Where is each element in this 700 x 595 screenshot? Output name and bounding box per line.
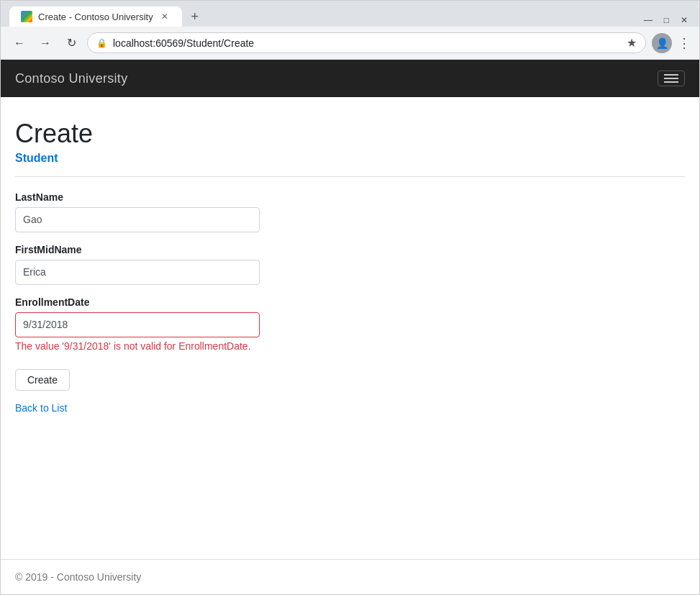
lock-icon: 🔒 [96,38,107,48]
toggle-bar-1 [664,74,678,76]
create-form: LastName FirstMidName EnrollmentDate The… [15,191,685,402]
browser-tab[interactable]: Create - Contoso University ✕ [9,6,182,27]
lastname-group: LastName [15,191,685,232]
firstmidname-group: FirstMidName [15,244,685,285]
create-button[interactable]: Create [15,369,70,391]
page-subtitle: Student [15,152,685,165]
bookmark-icon[interactable]: ★ [627,36,637,50]
tab-title: Create - Contoso University [38,12,153,22]
back-nav-button[interactable]: ← [9,33,29,53]
lastname-label: LastName [15,191,685,203]
toggle-bar-2 [664,78,678,79]
address-bar[interactable]: 🔒 localhost:60569/Student/Create ★ [87,32,646,53]
footer-text: © 2019 - Contoso University [15,571,141,583]
app-navbar: Contoso University [1,60,699,97]
main-content: Create Student LastName FirstMidName [1,97,699,559]
enrollmentdate-group: EnrollmentDate The value '9/31/2018' is … [15,296,685,352]
toggle-bar-3 [664,81,678,83]
firstmidname-label: FirstMidName [15,244,685,255]
forward-nav-button[interactable]: → [35,33,55,53]
profile-icon[interactable]: 👤 [652,33,672,53]
lastname-input[interactable] [15,207,260,232]
reload-button[interactable]: ↻ [61,33,81,53]
enrollmentdate-error: The value '9/31/2018' is not valid for E… [15,340,685,352]
form-divider [15,176,685,177]
browser-toolbar: ← → ↻ 🔒 localhost:60569/Student/Create ★… [1,27,699,60]
enrollmentdate-label: EnrollmentDate [15,296,685,308]
page-title: Create [15,119,685,149]
app-footer: © 2019 - Contoso University [1,559,699,594]
back-to-list-link[interactable]: Back to List [15,402,685,414]
firstmidname-input[interactable] [15,260,260,285]
new-tab-button[interactable]: + [185,6,205,27]
close-button[interactable]: ✕ [678,14,691,27]
minimize-button[interactable]: — [641,14,655,27]
app-brand[interactable]: Contoso University [15,71,127,86]
browser-menu-icon[interactable]: ⋮ [678,35,691,51]
tab-favicon [21,11,32,22]
maximize-button[interactable]: □ [661,14,672,27]
tab-close-button[interactable]: ✕ [159,11,171,22]
url-text: localhost:60569/Student/Create [113,37,621,49]
enrollmentdate-input[interactable] [15,312,260,337]
navbar-toggle-button[interactable] [658,71,685,86]
